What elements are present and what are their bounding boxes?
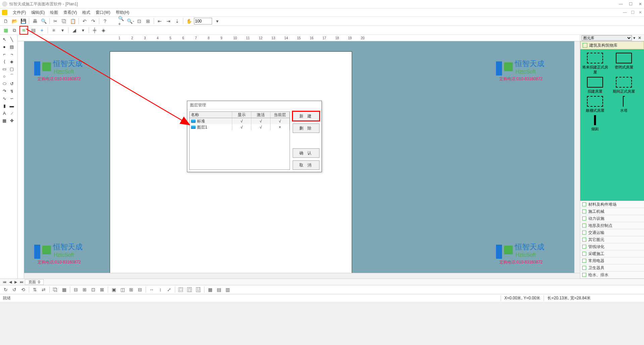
bt-icon[interactable]: ⊟ [72,286,80,293]
layer-row[interactable]: 图层1 √ √ × [190,124,290,130]
mdi-minimize[interactable]: — [623,10,627,15]
vline-icon[interactable]: ⧉ [11,27,18,34]
rect-tool-icon[interactable]: ▭ [1,65,8,72]
bt-icon[interactable]: ⇅ [31,286,39,293]
library-category[interactable]: 常用电器 [580,257,644,264]
close-button[interactable]: ✕ [639,2,642,6]
bt-icon[interactable]: ⟲ [19,286,27,293]
open-icon[interactable]: 📂 [11,17,18,25]
snap-l-tool-icon[interactable]: ⌐ [1,51,8,57]
undo-icon[interactable]: ↶ [81,17,88,25]
dropdown-icon[interactable]: ▾ [79,27,87,34]
bt-icon[interactable]: ⿶ [195,286,202,293]
lib-item[interactable]: 敞棚式房屋 [582,96,608,113]
move-tool-icon[interactable]: ✥ [8,117,15,124]
tab-prev-icon[interactable]: ◀ [8,280,13,284]
new-icon[interactable]: 🗋 [2,17,9,25]
grid-icon[interactable]: ▦ [2,27,9,34]
zoom-in-icon[interactable]: 🔍+ [118,17,126,25]
layers-icon[interactable]: ≋ [19,26,28,35]
bt-icon[interactable]: ⊞ [81,286,88,293]
diamond-tool-icon[interactable]: ◈ [8,58,15,65]
zoom-window-icon[interactable]: ⊞ [144,17,152,25]
save-icon[interactable]: 💾 [19,17,27,25]
layer-row[interactable]: 标准 √ √ √ [190,118,290,124]
text-tool-icon[interactable]: A [1,110,8,116]
shape-d-tool-icon[interactable]: ⟋ [8,110,15,116]
library-category[interactable]: 交通运输 [580,229,644,236]
bt-icon[interactable]: ⊠ [98,286,106,293]
lib-item[interactable]: 密闭式房屋 [610,53,637,75]
bt-icon[interactable]: ▦ [206,286,214,293]
plus-icon[interactable]: + [38,27,46,34]
table-tool-icon[interactable]: ▦ [1,117,8,124]
library-category[interactable]: 采暖施工 [580,250,644,257]
bt-icon[interactable]: ▣ [110,286,117,293]
line-tool-icon[interactable]: ╲ [8,36,15,43]
curve-tool-icon[interactable]: ∿ [1,95,8,102]
page-tab[interactable]: 页面 0 [25,279,44,285]
menu-format[interactable]: 格式 [80,10,93,15]
dot-tool-icon[interactable]: ● [1,43,8,50]
fill-tool-icon[interactable]: ▮ [1,102,8,109]
delete-layer-button[interactable]: 删 除 [293,124,319,133]
menu-draw[interactable]: 绘图 [47,10,61,15]
library-category[interactable]: 材料及构件堆场 [580,201,644,208]
bt-icon[interactable]: ↻ [2,286,9,293]
menu-edit[interactable]: 编辑(E) [29,10,47,15]
shape-a-tool-icon[interactable]: ↺ [8,80,15,87]
library-category[interactable]: 管线绿化 [580,243,644,250]
shape-c-tool-icon[interactable]: ↯ [8,88,15,94]
shape-b-tool-icon[interactable]: ↷ [1,88,8,94]
align-1-icon[interactable]: ╪ [91,27,98,34]
rect2-tool-icon[interactable]: ▢ [8,65,15,72]
bt-icon[interactable]: ⇄ [40,286,47,293]
pan-2-icon[interactable]: ⇥ [165,17,172,25]
fill2-tool-icon[interactable]: ▬ [8,102,15,109]
curve2-tool-icon[interactable]: ∽ [8,95,15,102]
paste-icon[interactable]: 📋 [69,17,77,25]
lib-item[interactable]: 拟建房屋 [582,77,608,94]
copy-icon[interactable]: ⿻ [60,17,68,25]
lbracket-tool-icon[interactable]: ⟨ [1,58,8,65]
library-close-icon[interactable]: ✕ [637,36,643,40]
bt-icon[interactable]: ⿻ [52,286,59,293]
bt-icon[interactable]: ⿴ [177,286,185,293]
cut-icon[interactable]: ✂ [52,17,59,25]
bt-icon[interactable]: ▤ [215,286,222,293]
fill-color-icon[interactable]: ◢ [70,27,78,34]
scrollbar-vertical[interactable] [574,41,580,279]
circle-tool-icon[interactable]: ○ [1,73,8,80]
zoom-input[interactable] [194,18,212,24]
help-icon[interactable]: ? [101,17,109,25]
hatch-tool-icon[interactable]: ▨ [8,43,15,50]
mdi-maximize[interactable]: ☐ [631,10,635,15]
library-category[interactable]: 动力设施 [580,215,644,222]
redo-icon[interactable]: ↷ [90,17,97,25]
library-dropdown-icon[interactable]: ▾ [632,36,637,40]
pointer-tool-icon[interactable]: ↖ [1,36,8,43]
align-2-icon[interactable]: ◈ [100,27,107,34]
menu-window[interactable]: 窗口(W) [93,10,113,15]
ellipse-tool-icon[interactable]: ⬭ [1,80,8,87]
cancel-button[interactable]: 取 消 [293,160,319,170]
lib-item[interactable]: 烟囱 [582,115,608,132]
bt-icon[interactable]: ◫ [119,286,126,293]
bt-icon[interactable]: ↕ [157,286,164,293]
snap-icon[interactable]: ▤ [30,27,37,34]
new-layer-button[interactable]: 新 建 [293,111,319,121]
bt-icon[interactable]: ⊟ [136,286,144,293]
line-style-icon[interactable]: ≡ [50,27,57,34]
bt-icon[interactable]: ↺ [11,286,18,293]
library-category[interactable]: 其它图元 [580,236,644,243]
pan-1-icon[interactable]: ⇤ [156,17,163,25]
arc-tool-icon[interactable]: ⌒ [8,73,15,80]
zoom-dropdown-icon[interactable]: ▾ [213,17,221,25]
dropdown-icon[interactable]: ▾ [59,27,66,34]
tab-first-icon[interactable]: ⏮ [1,280,8,284]
menu-file[interactable]: 文件(F) [10,10,29,15]
mdi-close[interactable]: ✕ [639,10,642,15]
lib-item[interactable]: 期间正式房屋 [610,77,637,94]
library-category[interactable]: 施工机械 [580,208,644,215]
print-icon[interactable]: 🖶 [31,17,39,25]
